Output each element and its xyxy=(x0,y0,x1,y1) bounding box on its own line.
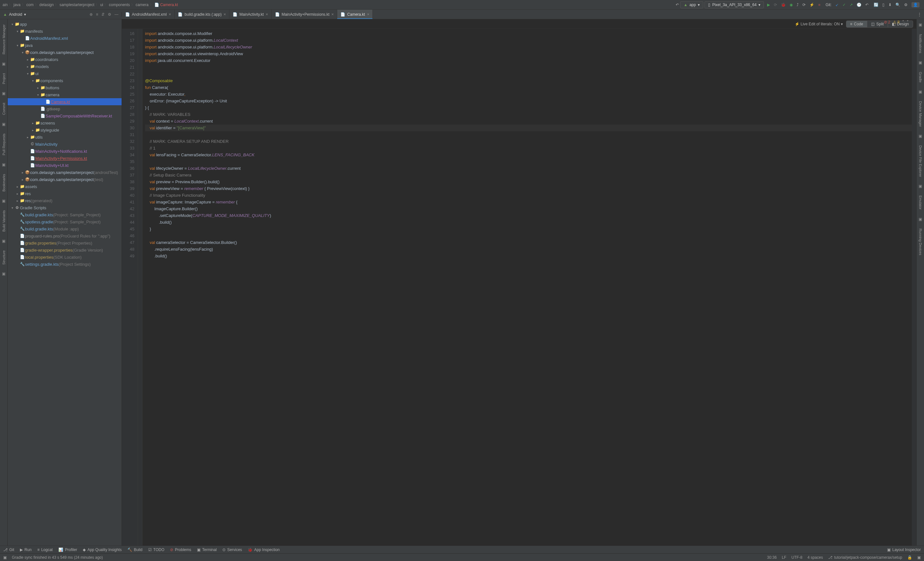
code-line[interactable]: @Composable xyxy=(145,77,912,84)
code-line[interactable]: val lensFacing = CameraSelector.LENS_FAC… xyxy=(145,152,912,158)
tree-arrow-icon[interactable]: ▸ xyxy=(26,135,30,139)
code-line[interactable]: ) { xyxy=(145,104,912,111)
tool-window-tab[interactable]: Build Variants xyxy=(1,208,6,234)
tree-node[interactable]: ▾⚙Gradle Scripts xyxy=(8,204,122,211)
close-icon[interactable]: × xyxy=(169,12,171,17)
breadcrumb-segment[interactable]: camera xyxy=(136,3,148,7)
code-line[interactable]: val imageCapture: ImageCapture = remembe… xyxy=(145,199,912,206)
code-line[interactable]: val cameraSelector = CameraSelector.Buil… xyxy=(145,239,912,246)
search-icon[interactable]: 🔍 xyxy=(896,3,900,7)
history-icon[interactable]: 🕑 xyxy=(856,3,861,7)
code-line[interactable]: val identifier = "[CameraView]" xyxy=(145,124,912,131)
tree-node[interactable]: 📄AndroidManifest.xml xyxy=(8,34,122,42)
code-line[interactable]: fun Camera( xyxy=(145,84,912,91)
tree-node[interactable]: 🔧spotless.gradle (Project: Sample_Projec… xyxy=(8,218,122,225)
tool-window-tab[interactable]: Emulator xyxy=(918,194,923,212)
breadcrumb-segment[interactable]: ui xyxy=(100,3,103,7)
error-stripe[interactable] xyxy=(912,29,916,546)
code-line[interactable]: .build() xyxy=(145,219,912,226)
tool-window-tab[interactable]: Gradle xyxy=(918,70,923,84)
caret-position[interactable]: 30:36 xyxy=(767,555,777,560)
code-line[interactable]: } xyxy=(145,226,912,232)
code-line[interactable]: executor: Executor, xyxy=(145,91,912,98)
bottom-tool-button[interactable]: 🐞App Inspection xyxy=(248,548,279,552)
code-line[interactable]: val context = LocalContext.current xyxy=(145,118,912,124)
tree-node[interactable]: ▾📁components xyxy=(8,77,122,84)
bottom-tool-button[interactable]: 📊Profiler xyxy=(58,548,77,552)
gear-icon[interactable]: ⚙ xyxy=(108,12,111,17)
memory-indicator-icon[interactable]: ▣ xyxy=(917,555,921,560)
tree-arrow-icon[interactable]: ▸ xyxy=(31,122,34,125)
tree-node[interactable]: ▸📦com.delasign.samplestarterproject (and… xyxy=(8,169,122,176)
indent-setting[interactable]: 4 spaces xyxy=(807,555,823,560)
tree-arrow-icon[interactable]: ▾ xyxy=(21,51,24,54)
tab-more-icon[interactable]: ⋮ xyxy=(918,12,921,17)
bottom-tool-button[interactable]: ⎇Git xyxy=(3,548,14,552)
line-ending[interactable]: LF xyxy=(782,555,786,560)
tree-node[interactable]: ▾📁camera xyxy=(8,91,122,98)
prev-highlight-icon[interactable]: ˄ xyxy=(902,20,904,24)
tree-node[interactable]: 🔧build.gradle.kts (Project: Sample_Proje… xyxy=(8,211,122,218)
line-number-gutter[interactable]: 1617181920212223242526272829303132333435… xyxy=(122,29,138,546)
commit-icon[interactable]: ✓ xyxy=(843,3,846,7)
editor-tab[interactable]: 📄MainActivity.kt× xyxy=(230,10,272,19)
avd-icon[interactable]: ▯ xyxy=(882,3,885,7)
tree-node[interactable]: ▾📁ui xyxy=(8,70,122,77)
tool-window-tab[interactable]: Bookmarks xyxy=(1,172,6,194)
tree-arrow-icon[interactable]: ▸ xyxy=(26,65,30,68)
code-line[interactable] xyxy=(145,232,912,239)
tool-window-tab[interactable]: Device Manager xyxy=(918,99,923,129)
editor-tab[interactable]: 📄build.gradle.kts (:app)× xyxy=(174,10,230,19)
tree-arrow-icon[interactable]: ▾ xyxy=(15,30,19,33)
tree-node[interactable]: 📄MainActivity+Notifications.kt xyxy=(8,148,122,155)
tool-window-tab[interactable]: Pull Requests xyxy=(1,132,6,157)
tool-window-tab[interactable]: Notifications xyxy=(918,32,923,55)
code-line[interactable]: .requireLensFacing(lensFacing) xyxy=(145,246,912,253)
debug-icon[interactable]: 🐞 xyxy=(781,3,786,7)
expand-icon[interactable]: ⇵ xyxy=(101,12,105,17)
tree-node[interactable]: 📄MainActivity+UI.kt xyxy=(8,162,122,169)
rollback-icon[interactable]: ↶ xyxy=(865,3,868,7)
live-edit-indicator[interactable]: ⚡ Live Edit of literals: ON ▾ xyxy=(795,22,843,26)
code-line[interactable]: .build() xyxy=(145,253,912,260)
stop-icon[interactable]: ■ xyxy=(818,3,820,7)
code-line[interactable]: val previewView = remember { PreviewView… xyxy=(145,185,912,192)
profile-icon[interactable]: ⤴ xyxy=(796,3,798,7)
push-icon[interactable]: ↗ xyxy=(850,3,853,7)
target-icon[interactable]: ⊕ xyxy=(90,12,93,17)
code-line[interactable] xyxy=(145,64,912,70)
close-icon[interactable]: × xyxy=(224,12,226,17)
tree-arrow-icon[interactable]: ▾ xyxy=(15,44,19,47)
breadcrumb-segment[interactable]: delasign xyxy=(39,3,54,7)
code-line[interactable]: val lifecycleOwner = LocalLifecycleOwner… xyxy=(145,165,912,172)
editor-tab[interactable]: 📄Camera.kt× xyxy=(337,10,373,19)
tree-node[interactable]: 📄MainActivity+Permissions.kt xyxy=(8,155,122,162)
tree-node[interactable]: ▸📁screens xyxy=(8,119,122,126)
tool-window-tab[interactable]: Resource Manager xyxy=(1,22,6,57)
read-only-icon[interactable]: 🔒 xyxy=(908,555,912,560)
project-view-selector[interactable]: ▲Android ▾ ⊕ ≡ ⇵ ⚙ — xyxy=(0,12,122,17)
layout-inspector-button[interactable]: ▣ Layout Inspector xyxy=(887,548,921,552)
coverage-icon[interactable]: ◉ xyxy=(790,3,793,7)
breadcrumb-file[interactable]: 📄 Camera.kt xyxy=(154,3,178,7)
close-icon[interactable]: × xyxy=(332,12,334,17)
editor-tab[interactable]: 📄MainActivity+Permissions.kt× xyxy=(272,10,338,19)
code-line[interactable] xyxy=(145,131,912,138)
settings-icon[interactable]: ⚙ xyxy=(904,3,908,7)
tree-arrow-icon[interactable]: ▾ xyxy=(31,79,34,82)
code-line[interactable]: import androidx.compose.ui.platform.Loca… xyxy=(145,37,912,44)
tree-node[interactable]: ©MainActivity xyxy=(8,141,122,148)
bottom-tool-button[interactable]: ▣Terminal xyxy=(197,548,217,552)
tree-arrow-icon[interactable]: ▾ xyxy=(26,72,30,75)
breadcrumb-segment[interactable]: ain xyxy=(3,3,8,7)
tool-window-tab[interactable]: Device File Explorer xyxy=(918,144,923,179)
tree-node[interactable]: ▾📁java xyxy=(8,42,122,49)
tree-node[interactable]: ▾📦com.delasign.samplestarterproject xyxy=(8,49,122,56)
tree-arrow-icon[interactable]: ▸ xyxy=(26,58,30,61)
hide-icon[interactable]: — xyxy=(114,12,118,17)
code-line[interactable]: // MARK: CAMERA SETUP AND RENDER xyxy=(145,138,912,145)
tree-node[interactable]: ▸📁assets xyxy=(8,183,122,190)
run-icon[interactable]: ▶ xyxy=(767,3,770,7)
editor-tab[interactable]: 📄AndroidManifest.xml× xyxy=(122,10,174,19)
sync-icon[interactable]: 🔄 xyxy=(874,3,879,7)
